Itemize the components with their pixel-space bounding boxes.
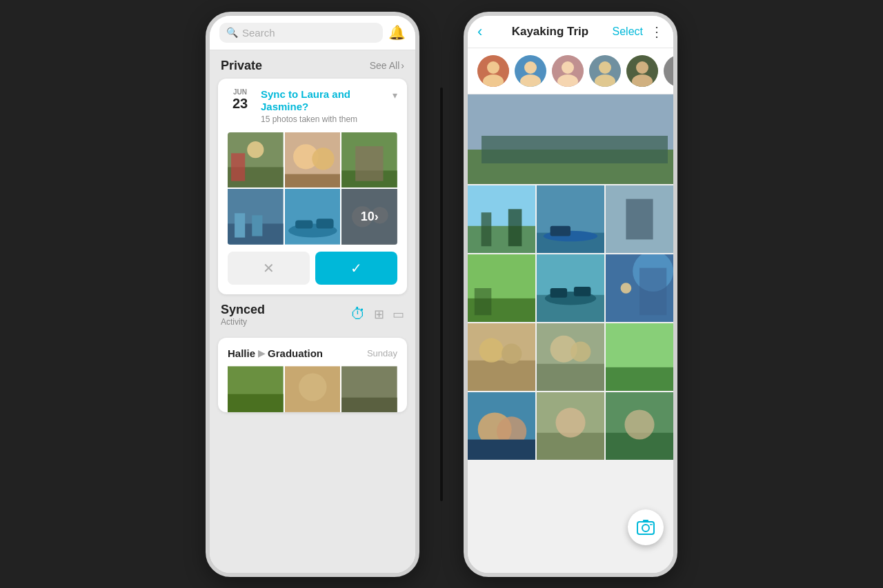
photo-cell[interactable] — [468, 323, 535, 391]
add-photo-fab[interactable] — [628, 509, 664, 545]
more-count: 10› — [361, 210, 379, 224]
svg-rect-46 — [482, 136, 668, 163]
svg-rect-48 — [468, 225, 535, 252]
photo-cell[interactable] — [285, 132, 341, 188]
avatar-row: 8 + — [468, 48, 673, 94]
photo-thumb — [228, 189, 284, 245]
search-input[interactable]: Search — [242, 27, 275, 39]
synced-section: Synced Activity ⏱ ⊞ ▭ — [210, 294, 415, 331]
svg-rect-80 — [606, 367, 673, 390]
svg-point-73 — [479, 338, 504, 362]
svg-rect-69 — [639, 267, 666, 315]
sync-title: Sync to Laura and Jasmine? — [261, 88, 384, 113]
photo-thumb — [228, 132, 284, 188]
svg-rect-18 — [316, 219, 333, 229]
photo-cell[interactable] — [606, 185, 673, 253]
photo-cell[interactable] — [228, 366, 284, 412]
svg-rect-27 — [341, 398, 397, 412]
clock-icon[interactable]: ⏱ — [350, 305, 366, 323]
search-input-wrap[interactable]: 🔍 Search — [219, 23, 383, 43]
phone-separator — [440, 88, 443, 501]
sync-subtitle: 15 photos taken with them — [261, 114, 384, 124]
photo-cell[interactable] — [341, 366, 397, 412]
photo-cell[interactable] — [606, 392, 673, 460]
svg-point-3 — [247, 141, 264, 158]
photo-cell[interactable] — [285, 366, 341, 412]
svg-point-25 — [299, 373, 326, 401]
decline-button[interactable]: ✕ — [228, 252, 310, 285]
date-day: 23 — [232, 96, 248, 112]
svg-point-38 — [599, 61, 611, 74]
photo-cell[interactable] — [606, 323, 673, 391]
photo-cell-more[interactable]: 10› — [341, 189, 397, 245]
date-month: JUN — [233, 88, 247, 96]
arrow-right-icon: ▶ — [258, 348, 265, 358]
svg-rect-81 — [606, 323, 673, 367]
shared-card-header: Hallie ▶ Graduation Sunday — [228, 347, 397, 359]
stack-view-icon[interactable]: ▭ — [393, 307, 404, 322]
sync-info: Sync to Laura and Jasmine? 15 photos tak… — [261, 88, 384, 124]
shared-photo-strip — [228, 366, 397, 412]
grid-view-icon[interactable]: ⊞ — [374, 307, 384, 322]
synced-header: Synced Activity ⏱ ⊞ ▭ — [221, 303, 404, 327]
photo-cell[interactable] — [228, 132, 284, 188]
svg-rect-50 — [508, 209, 522, 246]
private-title: Private — [221, 59, 262, 73]
left-phone: 🔍 Search 🔔 Private See All › JUN 23 — [206, 12, 419, 577]
svg-rect-14 — [252, 215, 262, 236]
svg-point-35 — [562, 61, 574, 74]
add-photo-icon — [636, 518, 655, 537]
svg-point-41 — [636, 61, 648, 74]
select-button[interactable]: Select — [613, 26, 643, 38]
photo-cell-wide[interactable] — [468, 94, 673, 184]
photo-cell[interactable] — [468, 392, 535, 460]
avatar[interactable] — [515, 55, 546, 87]
svg-rect-94 — [643, 520, 648, 523]
more-photos-overlay: 10› — [341, 189, 397, 245]
svg-rect-49 — [482, 212, 492, 246]
photo-cell[interactable] — [341, 132, 397, 188]
svg-point-70 — [621, 283, 632, 294]
svg-point-78 — [571, 341, 591, 361]
svg-rect-17 — [295, 221, 312, 229]
bell-icon[interactable]: 🔔 — [388, 24, 406, 41]
avatar[interactable] — [589, 55, 621, 87]
dropdown-arrow-icon[interactable]: ▾ — [393, 90, 397, 101]
photo-cell[interactable] — [537, 323, 604, 391]
synced-actions: ⏱ ⊞ ▭ — [350, 305, 404, 323]
avatar[interactable] — [626, 55, 658, 87]
photo-cell[interactable] — [606, 254, 673, 322]
photo-cell[interactable] — [228, 189, 284, 245]
photo-cell[interactable] — [537, 254, 604, 322]
photo-cell[interactable] — [468, 254, 535, 322]
svg-rect-72 — [468, 360, 535, 390]
svg-rect-65 — [550, 288, 568, 298]
svg-rect-13 — [235, 213, 245, 237]
avatar[interactable] — [477, 55, 509, 87]
photo-thumb — [285, 132, 341, 188]
svg-rect-23 — [228, 394, 284, 412]
photo-thumb — [285, 189, 341, 245]
more-button[interactable]: ⋮ — [650, 23, 664, 40]
sync-photo-grid: 10› — [228, 132, 397, 245]
photo-cell[interactable] — [537, 185, 604, 253]
back-button[interactable]: ‹ — [477, 23, 482, 41]
synced-title-group: Synced Activity — [221, 303, 265, 327]
see-all-link[interactable]: See All › — [370, 60, 404, 71]
photo-cell[interactable] — [285, 189, 341, 245]
right-phone: ‹ Kayaking Trip Select ⋮ — [464, 12, 677, 577]
accept-button[interactable]: ✓ — [315, 252, 397, 285]
photo-cell[interactable] — [537, 392, 604, 460]
sync-card: JUN 23 Sync to Laura and Jasmine? 15 pho… — [218, 79, 407, 294]
photo-thumb — [341, 132, 397, 188]
svg-rect-92 — [637, 522, 654, 534]
shared-card-title: Hallie ▶ Graduation — [228, 347, 323, 359]
svg-rect-76 — [537, 363, 604, 390]
avatar[interactable] — [552, 55, 584, 87]
album-header: ‹ Kayaking Trip Select ⋮ — [468, 16, 673, 48]
photo-cell[interactable] — [468, 185, 535, 253]
search-icon: 🔍 — [226, 27, 238, 38]
avatar-count[interactable]: 8 — [664, 55, 673, 87]
search-bar: 🔍 Search 🔔 — [210, 16, 415, 50]
private-section-header: Private See All › — [210, 50, 415, 79]
